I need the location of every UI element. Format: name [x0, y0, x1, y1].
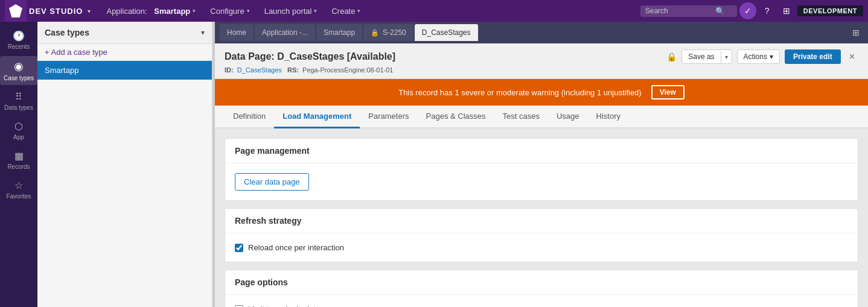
search-input[interactable]: [645, 7, 712, 15]
main-layout: 🕐 Recents ◉ Case types ⠿ Data types ⬡ Ap…: [0, 22, 868, 307]
data-types-icon: ⠿: [15, 91, 22, 103]
main-content: Home Application -... Smartapp 🔒 S-2250 …: [215, 22, 868, 307]
tab-history[interactable]: History: [588, 106, 629, 128]
tab-test-cases[interactable]: Test cases: [494, 106, 548, 128]
actions-btn[interactable]: Actions ▾: [737, 49, 780, 64]
warning-banner: This record has 1 severe or moderate war…: [215, 79, 868, 106]
logo-shape: [9, 4, 22, 17]
reload-once-label: Reload once per interaction: [248, 243, 344, 252]
user-icon-btn[interactable]: ✓: [739, 2, 756, 19]
search-icon: 🔍: [715, 7, 725, 16]
inner-tabs: Definition Load Management Parameters Pa…: [215, 106, 868, 128]
tab-home[interactable]: Home: [220, 24, 254, 41]
nav-configure[interactable]: Configure ▾: [204, 0, 255, 22]
sidebar-item-data-types[interactable]: ⠿ Data types: [0, 87, 37, 115]
case-item-smartapp[interactable]: Smartapp: [37, 61, 212, 80]
favorites-icon: ☆: [14, 180, 23, 191]
case-types-icon: ◉: [14, 60, 24, 73]
refresh-strategy-section: Refresh strategy Reload once per interac…: [225, 208, 858, 262]
case-panel-header: Case types ▾: [37, 22, 212, 44]
lock-tab-icon: 🔒: [371, 29, 379, 37]
dev-badge: DEVELOPMENT: [797, 5, 863, 16]
expand-tabs-btn[interactable]: ⊞: [849, 27, 863, 39]
nav-create[interactable]: Create ▾: [325, 0, 366, 22]
sidebar-item-favorites[interactable]: ☆ Favorites: [0, 176, 37, 203]
tab-pages-classes[interactable]: Pages & Classes: [418, 106, 494, 128]
sidebar-item-records[interactable]: ▦ Records: [0, 147, 37, 174]
help-icon-btn[interactable]: ?: [759, 2, 776, 19]
tab-definition[interactable]: Definition: [225, 106, 274, 128]
refresh-strategy-body: Reload once per interaction: [225, 233, 858, 262]
warning-view-btn[interactable]: View: [651, 85, 685, 100]
page-options-title: Page options: [225, 270, 858, 295]
page-management-body: Clear data page: [225, 163, 858, 200]
tab-smartapp[interactable]: Smartapp: [316, 24, 362, 41]
body-scroll: Page management Clear data page Refresh …: [215, 128, 868, 307]
left-sidebar: 🕐 Recents ◉ Case types ⠿ Data types ⬡ Ap…: [0, 22, 37, 307]
tab-dcasestages[interactable]: D_CaseStages: [415, 24, 478, 41]
records-icon: ▦: [14, 150, 24, 162]
logo: [5, 0, 27, 22]
page-options-body: Limit to a single data page: [225, 295, 858, 307]
grid-icon-btn[interactable]: ⊞: [778, 2, 795, 19]
nav-launch-portal[interactable]: Launch portal ▾: [258, 0, 324, 22]
record-actions: 🔒 Save as ▾ Actions ▾ Private edit: [666, 49, 858, 64]
nav-application-label: Application: Smartapp ▾: [100, 0, 202, 22]
record-title: Data Page: D_CaseStages [Available]: [225, 51, 395, 62]
sidebar-item-recents[interactable]: 🕐 Recents: [0, 27, 37, 54]
tab-application[interactable]: Application -...: [255, 24, 315, 41]
recents-icon: 🕐: [13, 30, 25, 42]
actions-arrow: ▾: [770, 52, 773, 61]
page-options-section: Page options Limit to a single data page: [225, 270, 858, 307]
reload-once-checkbox[interactable]: [235, 244, 243, 252]
tab-load-management[interactable]: Load Management: [274, 106, 360, 128]
add-case-type-link[interactable]: + Add a case type: [37, 44, 212, 61]
title-dropdown-arrow[interactable]: ▾: [88, 8, 91, 14]
limit-single-checkbox[interactable]: [235, 305, 243, 308]
record-header: Data Page: D_CaseStages [Available] 🔒 Sa…: [215, 43, 868, 79]
lock-icon: 🔒: [666, 52, 677, 62]
search-box[interactable]: 🔍: [640, 5, 737, 17]
private-edit-btn[interactable]: Private edit: [785, 49, 841, 64]
tab-s2250[interactable]: 🔒 S-2250: [363, 24, 413, 41]
sidebar-item-case-types[interactable]: ◉ Case types: [0, 56, 37, 85]
case-panel-title: Case types: [45, 28, 89, 37]
page-management-title: Page management: [225, 139, 858, 163]
reload-once-row: Reload once per interaction: [235, 243, 848, 252]
case-panel-toggle[interactable]: ▾: [201, 28, 205, 37]
save-as-dropdown-arrow[interactable]: ▾: [721, 51, 732, 63]
tabs-bar: Home Application -... Smartapp 🔒 S-2250 …: [215, 22, 868, 43]
app-title: DEV STUDIO: [29, 7, 83, 16]
case-types-panel: Case types ▾ + Add a case type Smartapp: [37, 22, 212, 307]
limit-single-label: Limit to a single data page: [248, 305, 340, 307]
record-id-row: ID: D_CaseStages RS: Pega-ProcessEngine:…: [225, 66, 858, 78]
save-as-btn[interactable]: Save as ▾: [681, 49, 732, 64]
warning-message: This record has 1 severe or moderate war…: [398, 88, 641, 97]
tab-parameters[interactable]: Parameters: [360, 106, 417, 128]
top-nav: DEV STUDIO ▾ Application: Smartapp ▾ Con…: [0, 0, 868, 22]
page-management-section: Page management Clear data page: [225, 138, 858, 201]
limit-single-row: Limit to a single data page: [235, 305, 848, 307]
app-icon: ⬡: [14, 121, 23, 132]
content-area: Data Page: D_CaseStages [Available] 🔒 Sa…: [215, 43, 868, 307]
tab-usage[interactable]: Usage: [548, 106, 588, 128]
clear-data-page-btn[interactable]: Clear data page: [235, 173, 309, 191]
close-record-btn[interactable]: ×: [846, 50, 858, 63]
refresh-strategy-title: Refresh strategy: [225, 209, 858, 233]
sidebar-item-app[interactable]: ⬡ App: [0, 117, 37, 144]
